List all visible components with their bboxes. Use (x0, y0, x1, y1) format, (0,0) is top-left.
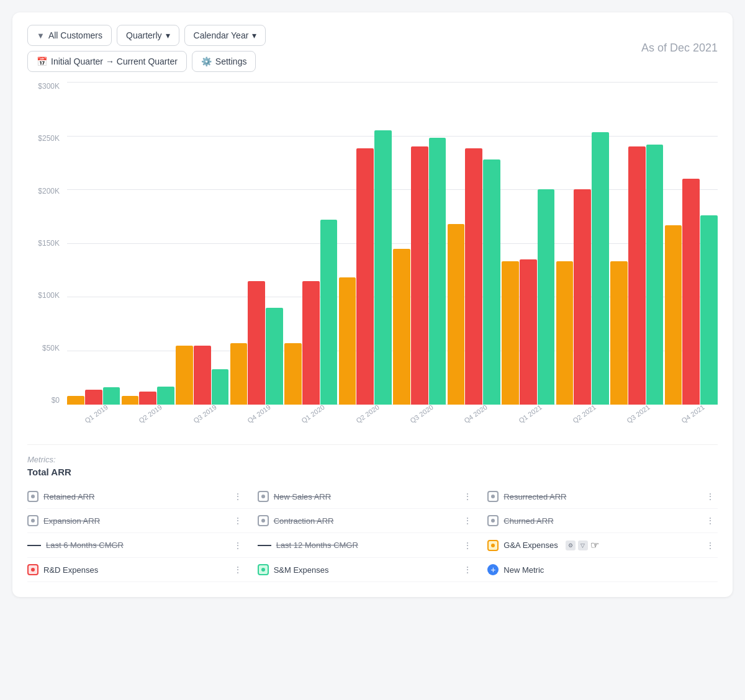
y-label-100k: $100K (38, 291, 60, 300)
contraction-arr-label: Contraction ARR (274, 516, 334, 526)
y-label-250k: $250K (38, 134, 60, 143)
bar-red-8 (520, 259, 537, 405)
bar-teal-8 (538, 189, 555, 405)
bar-red-9 (574, 189, 591, 405)
metric-resurrected-arr-inner: Resurrected ARR (487, 491, 698, 502)
churned-arr-icon (487, 515, 499, 526)
metric-ga-expenses-inner: G&A Expenses ⚙ ▽ ☞ (487, 539, 698, 551)
toolbar-row-1: ▼ All Customers Quarterly ▾ Calendar Yea… (27, 25, 266, 46)
last12-label: Last 12 Months CMGR (276, 541, 358, 550)
new-sales-arr-menu[interactable]: ⋮ (461, 491, 475, 501)
last12-menu[interactable]: ⋮ (461, 541, 475, 550)
metric-item-last12: Last 12 Months CMGR ⋮ (258, 533, 488, 558)
bar-group-q42020 (448, 148, 501, 405)
bar-group-q22019 (122, 387, 175, 405)
total-arr-title: Total ARR (27, 467, 718, 477)
ga-expenses-actions: ⚙ ▽ ☞ (566, 539, 599, 551)
churned-arr-menu[interactable]: ⋮ (703, 516, 718, 526)
bar-group-q42021 (665, 179, 718, 405)
metric-item-retained-arr: Retained ARR ⋮ (27, 485, 258, 509)
y-label-300k: $300K (38, 82, 60, 91)
calendar-year-button[interactable]: Calendar Year ▾ (184, 25, 266, 46)
bar-teal-2 (212, 369, 229, 405)
metric-last6-inner: Last 6 Months CMGR (27, 541, 226, 550)
calendar-icon: 📅 (37, 56, 47, 66)
bar-group-q22020 (339, 130, 392, 405)
metric-item-rd-expenses: R&D Expenses ⋮ (27, 558, 258, 582)
retained-arr-menu[interactable]: ⋮ (231, 491, 245, 501)
calendar-year-label: Calendar Year (194, 30, 249, 40)
bar-red-1 (139, 392, 156, 405)
resurrected-arr-menu[interactable]: ⋮ (703, 491, 718, 501)
bar-orange-3 (230, 343, 248, 405)
metrics-grid: Retained ARR ⋮ New Sales ARR ⋮ Resurrect… (27, 485, 718, 582)
bar-teal-4 (320, 220, 338, 405)
contraction-arr-menu[interactable]: ⋮ (461, 516, 475, 526)
churned-arr-label: Churned ARR (503, 516, 553, 526)
metric-churned-arr-inner: Churned ARR (487, 515, 698, 526)
bar-group-q42019 (230, 281, 284, 405)
y-axis: $300K $250K $200K $150K $100K $50K $0 (27, 82, 65, 405)
retained-arr-label: Retained ARR (43, 492, 94, 501)
bar-orange-2 (176, 346, 193, 405)
rd-expenses-menu[interactable]: ⋮ (231, 565, 245, 575)
metrics-section: Metrics: Total ARR Retained ARR ⋮ New Sa… (27, 444, 718, 582)
bar-teal-1 (157, 387, 174, 405)
chart-area: $300K $250K $200K $150K $100K $50K $0 (27, 82, 718, 429)
rd-expenses-label: R&D Expenses (43, 565, 98, 575)
resurrected-arr-label: Resurrected ARR (503, 492, 566, 501)
bar-orange-7 (448, 224, 465, 405)
bar-teal-10 (646, 145, 664, 405)
metric-expansion-arr-inner: Expansion ARR (27, 515, 226, 526)
date-range-button[interactable]: 📅 Initial Quarter → Current Quarter (27, 51, 187, 72)
bar-orange-10 (610, 261, 628, 405)
expansion-arr-menu[interactable]: ⋮ (231, 516, 245, 526)
metric-sm-expenses-inner: S&M Expenses (258, 564, 456, 575)
quarterly-chevron-icon: ▾ (166, 30, 170, 40)
contraction-arr-icon (258, 515, 269, 526)
all-customers-label: All Customers (48, 30, 102, 40)
y-label-0: $0 (52, 396, 60, 405)
add-metric-button[interactable]: + (487, 564, 499, 575)
quarterly-label: Quarterly (126, 30, 162, 40)
resurrected-arr-icon (487, 491, 499, 502)
metrics-label: Metrics: (27, 455, 718, 464)
x-labels: Q1 2019Q2 2019Q3 2019Q4 2019Q1 2020Q2 20… (67, 408, 718, 433)
bar-red-7 (465, 148, 482, 405)
bar-teal-5 (374, 130, 392, 405)
bar-red-5 (356, 148, 374, 405)
bar-group-q32020 (393, 138, 446, 405)
bar-red-3 (248, 281, 265, 405)
quarterly-button[interactable]: Quarterly ▾ (117, 25, 179, 46)
bar-group-q12021 (502, 189, 555, 405)
all-customers-button[interactable]: ▼ All Customers (27, 25, 112, 46)
settings-button[interactable]: ⚙️ Settings (192, 51, 256, 72)
toolbar-row-2: 📅 Initial Quarter → Current Quarter ⚙️ S… (27, 51, 266, 72)
bars-container (67, 82, 718, 405)
metric-new-sales-arr-inner: New Sales ARR (258, 491, 456, 502)
bar-red-10 (628, 146, 646, 405)
ga-filter-icon[interactable]: ▽ (578, 541, 588, 550)
metric-contraction-arr-inner: Contraction ARR (258, 515, 456, 526)
sm-expenses-icon (258, 564, 269, 575)
metric-last12-inner: Last 12 Months CMGR (258, 541, 456, 550)
ga-settings-icon[interactable]: ⚙ (566, 541, 576, 550)
metric-rd-expenses-inner: R&D Expenses (27, 564, 226, 575)
toolbar-left: ▼ All Customers Quarterly ▾ Calendar Yea… (27, 25, 266, 72)
bar-group-q12019 (67, 387, 120, 405)
sm-expenses-menu[interactable]: ⋮ (461, 565, 475, 575)
expansion-arr-icon (27, 515, 38, 526)
bar-teal-0 (103, 387, 120, 405)
as-of-text: As of Dec 2021 (641, 41, 718, 55)
ga-expenses-menu[interactable]: ⋮ (703, 541, 718, 550)
bar-red-4 (302, 281, 320, 405)
bar-orange-4 (284, 343, 302, 405)
bar-red-2 (194, 346, 211, 405)
bar-group-q32019 (176, 346, 229, 405)
last6-menu[interactable]: ⋮ (231, 541, 245, 550)
filter-icon: ▼ (37, 31, 45, 40)
y-label-150k: $150K (38, 239, 60, 248)
bar-orange-5 (339, 277, 356, 405)
toolbar: ▼ All Customers Quarterly ▾ Calendar Yea… (27, 25, 718, 72)
bar-teal-6 (429, 138, 446, 405)
